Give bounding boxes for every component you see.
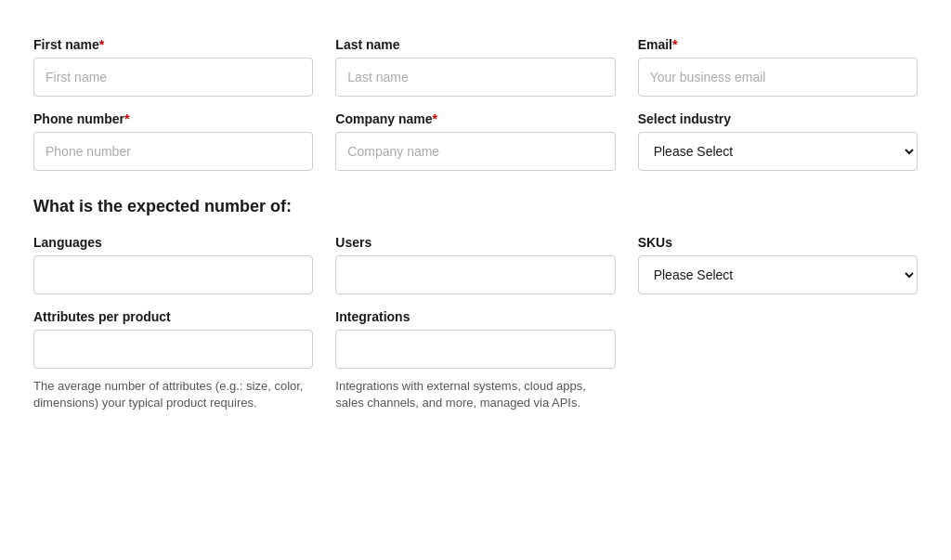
integrations-label: Integrations — [335, 309, 615, 324]
attributes-hint: The average number of attributes (e.g.: … — [33, 378, 313, 411]
attributes-per-product-label: Attributes per product — [33, 309, 313, 324]
integrations-hint: Integrations with external systems, clou… — [335, 378, 615, 411]
section-divider: What is the expected number of: — [33, 197, 918, 216]
phone-number-input[interactable] — [33, 132, 313, 171]
select-industry-label: Select industry — [638, 111, 918, 126]
form-container: First name* Last name Email* Phone numbe… — [0, 0, 951, 449]
row-attributes-integrations: Attributes per product The average numbe… — [33, 309, 918, 411]
users-group: Users — [335, 235, 615, 294]
integrations-input[interactable] — [335, 330, 615, 369]
first-name-input[interactable] — [33, 58, 313, 97]
section-title: What is the expected number of: — [33, 197, 918, 216]
company-name-group: Company name* — [335, 111, 615, 171]
attributes-per-product-input[interactable] — [33, 330, 313, 369]
first-name-label: First name* — [33, 37, 313, 52]
skus-dropdown[interactable]: Please Select — [638, 255, 918, 294]
select-industry-dropdown[interactable]: Please Select — [638, 132, 918, 171]
languages-input[interactable] — [33, 255, 313, 294]
company-required: * — [433, 111, 437, 126]
empty-col — [638, 309, 918, 411]
languages-label: Languages — [33, 235, 313, 250]
first-name-required: * — [99, 37, 104, 52]
skus-label: SKUs — [638, 235, 918, 250]
email-group: Email* — [638, 37, 918, 97]
languages-group: Languages — [33, 235, 313, 294]
email-required: * — [672, 37, 677, 52]
last-name-group: Last name — [335, 37, 615, 97]
phone-number-label: Phone number* — [33, 111, 313, 126]
users-input[interactable] — [335, 255, 615, 294]
select-industry-group: Select industry Please Select — [638, 111, 918, 171]
company-name-input[interactable] — [335, 132, 615, 171]
last-name-label: Last name — [335, 37, 615, 52]
phone-number-group: Phone number* — [33, 111, 313, 171]
email-label: Email* — [638, 37, 918, 52]
row-personal-info: First name* Last name Email* — [33, 37, 918, 97]
users-label: Users — [335, 235, 615, 250]
last-name-input[interactable] — [335, 58, 615, 97]
attributes-per-product-group: Attributes per product The average numbe… — [33, 309, 313, 411]
first-name-group: First name* — [33, 37, 313, 97]
email-input[interactable] — [638, 58, 918, 97]
skus-group: SKUs Please Select — [638, 235, 918, 294]
phone-required: * — [124, 111, 129, 126]
row-contact-info: Phone number* Company name* Select indus… — [33, 111, 918, 171]
company-name-label: Company name* — [335, 111, 615, 126]
integrations-group: Integrations Integrations with external … — [335, 309, 615, 411]
row-expected-numbers: Languages Users SKUs Please Select — [33, 235, 918, 294]
